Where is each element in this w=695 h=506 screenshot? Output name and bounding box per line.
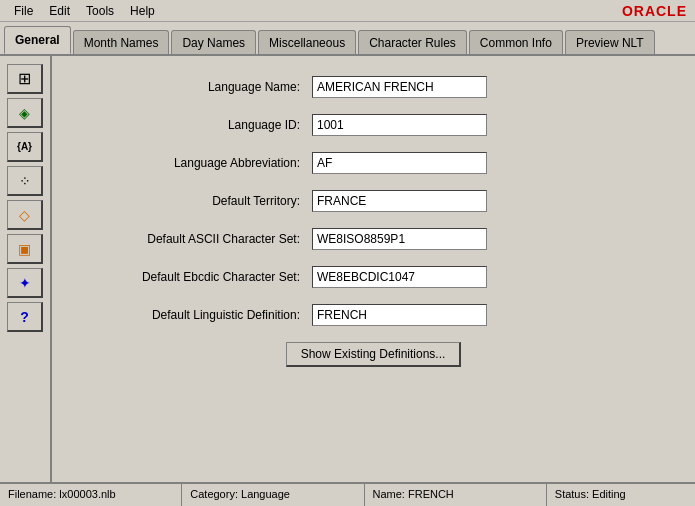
tab-month-names[interactable]: Month Names <box>73 30 170 54</box>
tab-character-rules[interactable]: Character Rules <box>358 30 467 54</box>
diamond-icon: ◈ <box>19 105 30 121</box>
sidebar-btn-dots[interactable]: ⁘ <box>7 166 43 196</box>
text-icon: {A} <box>17 141 32 152</box>
tabbar: General Month Names Day Names Miscellane… <box>0 22 695 54</box>
sidebar: ⊞ ◈ {A} ⁘ ◇ ▣ ✦ ? <box>0 56 52 482</box>
menubar: File Edit Tools Help ORACLE <box>0 0 695 22</box>
oracle-logo: ORACLE <box>622 3 687 19</box>
input-linguistic[interactable] <box>312 304 487 326</box>
sidebar-btn-help[interactable]: ? <box>7 302 43 332</box>
sidebar-btn-diamond[interactable]: ◈ <box>7 98 43 128</box>
main-area: ⊞ ◈ {A} ⁘ ◇ ▣ ✦ ? Language Name: Lang <box>0 54 695 482</box>
input-language-abbreviation[interactable] <box>312 152 487 174</box>
tab-preview-nlt[interactable]: Preview NLT <box>565 30 655 54</box>
label-default-territory: Default Territory: <box>92 194 312 208</box>
help-icon: ? <box>20 309 29 325</box>
new-icon: ⊞ <box>18 69 31 88</box>
label-linguistic: Default Linguistic Definition: <box>92 308 312 322</box>
dots-icon: ⁘ <box>19 173 31 189</box>
menu-file[interactable]: File <box>6 2 41 20</box>
label-language-id: Language ID: <box>92 118 312 132</box>
sidebar-btn-grid[interactable]: ▣ <box>7 234 43 264</box>
tab-general[interactable]: General <box>4 26 71 54</box>
statusbar: Filename: lx00003.nlb Category: Language… <box>0 482 695 506</box>
sidebar-btn-shape[interactable]: ◇ <box>7 200 43 230</box>
input-ascii-charset[interactable] <box>312 228 487 250</box>
menu-help[interactable]: Help <box>122 2 163 20</box>
grid-icon: ▣ <box>18 241 31 257</box>
status-editing: Status: Editing <box>547 484 695 506</box>
show-existing-button[interactable]: Show Existing Definitions... <box>286 342 462 367</box>
field-row-ascii-charset: Default ASCII Character Set: <box>92 228 655 250</box>
label-language-name: Language Name: <box>92 80 312 94</box>
menu-edit[interactable]: Edit <box>41 2 78 20</box>
field-row-language-name: Language Name: <box>92 76 655 98</box>
sidebar-btn-text[interactable]: {A} <box>7 132 43 162</box>
label-ebcdic-charset: Default Ebcdic Character Set: <box>92 270 312 284</box>
tab-miscellaneous[interactable]: Miscellaneous <box>258 30 356 54</box>
label-ascii-charset: Default ASCII Character Set: <box>92 232 312 246</box>
sidebar-btn-star[interactable]: ✦ <box>7 268 43 298</box>
shape-icon: ◇ <box>19 207 30 223</box>
content-area: Language Name: Language ID: Language Abb… <box>52 56 695 482</box>
menu-tools[interactable]: Tools <box>78 2 122 20</box>
input-language-id[interactable] <box>312 114 487 136</box>
status-filename: Filename: lx00003.nlb <box>0 484 182 506</box>
star-icon: ✦ <box>19 275 31 291</box>
status-category: Category: Language <box>182 484 364 506</box>
field-row-language-id: Language ID: <box>92 114 655 136</box>
field-row-ebcdic-charset: Default Ebcdic Character Set: <box>92 266 655 288</box>
field-row-language-abbreviation: Language Abbreviation: <box>92 152 655 174</box>
tab-common-info[interactable]: Common Info <box>469 30 563 54</box>
input-ebcdic-charset[interactable] <box>312 266 487 288</box>
field-row-default-territory: Default Territory: <box>92 190 655 212</box>
status-name: Name: FRENCH <box>365 484 547 506</box>
input-language-name[interactable] <box>312 76 487 98</box>
tab-day-names[interactable]: Day Names <box>171 30 256 54</box>
input-default-territory[interactable] <box>312 190 487 212</box>
sidebar-btn-new[interactable]: ⊞ <box>7 64 43 94</box>
field-row-linguistic: Default Linguistic Definition: <box>92 304 655 326</box>
label-language-abbreviation: Language Abbreviation: <box>92 156 312 170</box>
